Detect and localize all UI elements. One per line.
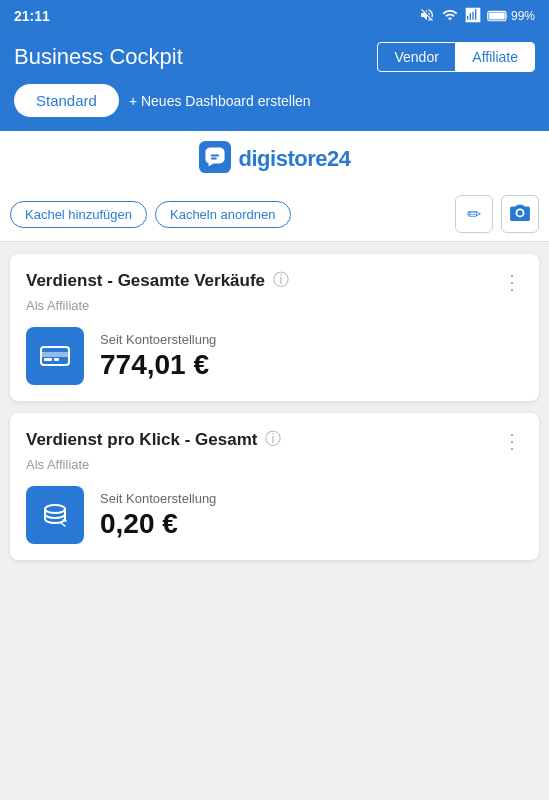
brand-bar: digistore24 — [0, 131, 549, 187]
card-subtitle-1: Als Affiliate — [26, 298, 523, 313]
help-icon-1[interactable]: ⓘ — [273, 270, 289, 291]
card-value-2: 0,20 € — [100, 508, 216, 540]
signal-icon — [465, 7, 481, 26]
arrange-tiles-button[interactable]: Kacheln anordnen — [155, 201, 291, 228]
status-icons: 99% — [419, 7, 535, 26]
edit-icon: ✏ — [467, 204, 481, 225]
card-subtitle-2: Als Affiliate — [26, 457, 523, 472]
card-menu-icon-1[interactable]: ⋮ — [502, 270, 523, 294]
card-value-section-1: Seit Kontoerstellung 774,01 € — [100, 332, 216, 381]
card-total-earnings: Verdienst - Gesamte Verkäufe ⓘ ⋮ Als Aff… — [10, 254, 539, 401]
digistore24-logo-icon — [199, 141, 231, 177]
tab-vendor[interactable]: Vendor — [378, 43, 454, 71]
new-dashboard-link[interactable]: + Neues Dashboard erstellen — [129, 93, 535, 109]
card-title-row-2: Verdienst pro Klick - Gesamt ⓘ — [26, 429, 281, 450]
card-value-section-2: Seit Kontoerstellung 0,20 € — [100, 491, 216, 540]
card-earnings-per-click: Verdienst pro Klick - Gesamt ⓘ ⋮ Als Aff… — [10, 413, 539, 560]
card-header-1: Verdienst - Gesamte Verkäufe ⓘ ⋮ — [26, 270, 523, 294]
header: Business Cockpit Vendor Affiliate Standa… — [0, 32, 549, 131]
svg-point-8 — [45, 505, 65, 513]
card-title-2: Verdienst pro Klick - Gesamt — [26, 430, 257, 450]
card-menu-icon-2[interactable]: ⋮ — [502, 429, 523, 453]
header-tabs: Vendor Affiliate — [377, 42, 535, 72]
cards-area: Verdienst - Gesamte Verkäufe ⓘ ⋮ Als Aff… — [0, 242, 549, 572]
brand-name: digistore24 — [239, 146, 351, 172]
status-time: 21:11 — [14, 8, 50, 24]
header-row: Business Cockpit Vendor Affiliate — [14, 42, 535, 72]
help-icon-2[interactable]: ⓘ — [265, 429, 281, 450]
toolbar-row: Kachel hinzufügen Kacheln anordnen ✏ — [0, 187, 549, 242]
svg-rect-7 — [54, 358, 59, 361]
card-icon-box-2 — [26, 486, 84, 544]
add-tile-button[interactable]: Kachel hinzufügen — [10, 201, 147, 228]
card-period-label-2: Seit Kontoerstellung — [100, 491, 216, 506]
card-period-label-1: Seit Kontoerstellung — [100, 332, 216, 347]
brand-logo: digistore24 — [199, 141, 351, 177]
svg-rect-5 — [41, 352, 69, 357]
card-value-1: 774,01 € — [100, 349, 216, 381]
battery-icon: 99% — [487, 9, 535, 23]
card-header-2: Verdienst pro Klick - Gesamt ⓘ ⋮ — [26, 429, 523, 453]
camera-icon — [509, 203, 531, 226]
card-title-row-1: Verdienst - Gesamte Verkäufe ⓘ — [26, 270, 289, 291]
card-title-1: Verdienst - Gesamte Verkäufe — [26, 271, 265, 291]
mute-icon — [419, 7, 435, 26]
battery-level: 99% — [511, 9, 535, 23]
svg-point-3 — [517, 210, 522, 215]
standard-dashboard-button[interactable]: Standard — [14, 84, 119, 117]
svg-rect-6 — [44, 358, 52, 361]
tab-affiliate[interactable]: Affiliate — [456, 43, 534, 71]
edit-icon-button[interactable]: ✏ — [455, 195, 493, 233]
dashboard-row: Standard + Neues Dashboard erstellen — [14, 84, 535, 117]
card-value-row-2: Seit Kontoerstellung 0,20 € — [26, 486, 523, 544]
status-bar: 21:11 99% — [0, 0, 549, 32]
card-icon-box-1 — [26, 327, 84, 385]
card-value-row-1: Seit Kontoerstellung 774,01 € — [26, 327, 523, 385]
camera-icon-button[interactable] — [501, 195, 539, 233]
header-title: Business Cockpit — [14, 44, 183, 70]
wifi-icon — [441, 7, 459, 26]
svg-rect-1 — [489, 12, 505, 19]
